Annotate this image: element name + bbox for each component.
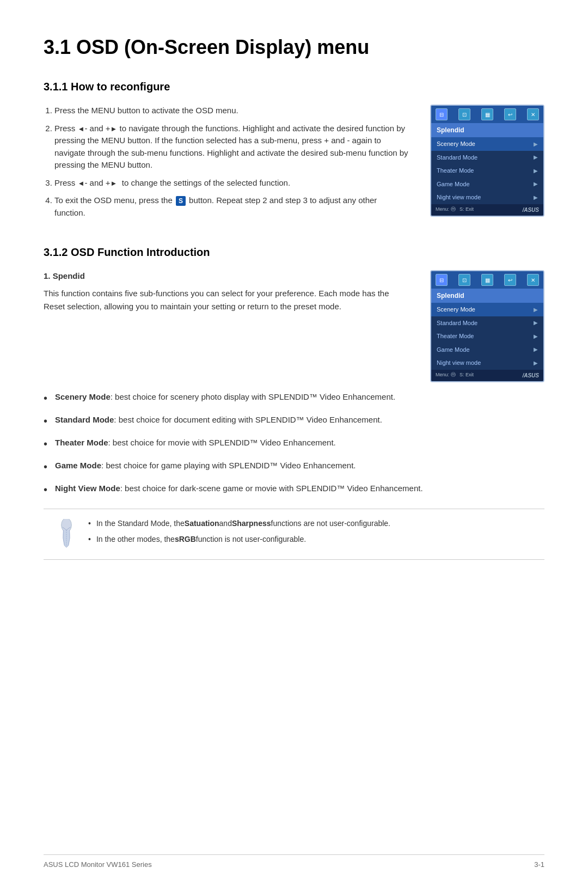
step-1: Press the MENU button to activate the OS… — [54, 105, 408, 117]
bullet-nightview: Night View Mode: best choice for dark-sc… — [44, 482, 544, 498]
bullet-scenery: Scenery Mode: best choice for scenery ph… — [44, 391, 544, 406]
osd-item-2: Standard Mode ▶ — [431, 151, 543, 164]
note-box: In the Standard Mode, the Satuation and … — [44, 509, 544, 560]
section-reconfigure-text: Press the MENU button to activate the OS… — [44, 105, 408, 224]
asus-logo-2: /ASUS — [522, 371, 539, 380]
page: 3.1 OSD (On-Screen Display) menu 3.1.1 H… — [0, 0, 588, 886]
steps-list: Press the MENU button to activate the OS… — [44, 105, 408, 219]
page-footer: ASUS LCD Monitor VW161 Series 3-1 — [44, 854, 544, 870]
osd-icon-3: ▦ — [481, 108, 493, 120]
osd-icon-menu: ⊟ — [436, 108, 448, 120]
step-2: Press ◄- and +► to navigate through the … — [54, 123, 408, 172]
osd-menu-body-1: Splendid Scenery Mode ▶ Standard Mode ▶ … — [431, 123, 543, 204]
section-title-osd-intro: 3.1.2 OSD Function Introduction — [44, 244, 544, 260]
bullet-standard: Standard Mode: best choice for document … — [44, 414, 544, 429]
osd-item-2-4: Game Mode ▶ — [431, 343, 543, 357]
osd-icon-menu-2: ⊟ — [436, 274, 448, 286]
s-button-icon: S — [176, 196, 186, 206]
osd-topbar-1: ⊟ ⊡ ▦ ↩ ✕ — [431, 106, 543, 123]
note-item-1: In the Standard Mode, the Satuation and … — [88, 518, 390, 529]
osd-icon-5: ✕ — [527, 108, 539, 120]
osd-item-2-1: Scenery Mode ▶ — [431, 303, 543, 316]
osd-screen-1: ⊟ ⊡ ▦ ↩ ✕ Splendid Scenery Mode ▶ Standa… — [430, 105, 544, 217]
osd-icon-4b: ↩ — [504, 274, 516, 286]
bullet-theater: Theater Mode: best choice for movie with… — [44, 437, 544, 452]
section-osd-text: 1. Spendid This function contains five s… — [44, 270, 408, 313]
osd-screen-2: ⊟ ⊡ ▦ ↩ ✕ Splendid Scenery Mode ▶ Standa… — [430, 270, 544, 382]
osd-icon-2b: ⊡ — [458, 274, 470, 286]
osd-icon-4: ↩ — [504, 108, 516, 120]
osd-icon-2: ⊡ — [458, 108, 470, 120]
osd-item-1: Scenery Mode ▶ — [431, 137, 543, 151]
footer-left: ASUS LCD Monitor VW161 Series — [44, 859, 152, 870]
section-reconfigure: 3.1.1 How to reconfigure Press the MENU … — [44, 78, 544, 224]
mode-bullets: Scenery Mode: best choice for scenery ph… — [44, 391, 544, 498]
osd-footer-menu-2: Menu: ⓜ S: Exit — [436, 371, 474, 379]
osd-item-4: Game Mode ▶ — [431, 178, 543, 191]
osd-menu-title-2: Splendid — [431, 289, 543, 303]
osd-footer-1: Menu: ⓜ S: Exit /ASUS — [431, 204, 543, 216]
section-title-reconfigure: 3.1.1 How to reconfigure — [44, 78, 544, 95]
spendid-intro: This function contains five sub-function… — [44, 287, 408, 313]
osd-item-3: Theater Mode ▶ — [431, 164, 543, 178]
osd-icon-3b: ▦ — [481, 274, 493, 286]
osd-menu-title-1: Splendid — [431, 123, 543, 137]
section-reconfigure-row: Press the MENU button to activate the OS… — [44, 105, 544, 224]
note-list: In the Standard Mode, the Satuation and … — [88, 518, 390, 545]
section-osd-intro: 3.1.2 OSD Function Introduction 1. Spend… — [44, 244, 544, 560]
step-4: To exit the OSD menu, press the S button… — [54, 194, 408, 219]
osd-item-2-2: Standard Mode ▶ — [431, 316, 543, 330]
section-osd-row: 1. Spendid This function contains five s… — [44, 270, 544, 382]
footer-right: 3-1 — [534, 859, 544, 870]
note-content: In the Standard Mode, the Satuation and … — [88, 518, 390, 549]
page-title: 3.1 OSD (On-Screen Display) menu — [44, 33, 544, 62]
osd-item-5: Night view mode ▶ — [431, 191, 543, 204]
note-feather-icon — [54, 518, 78, 551]
osd-item-2-3: Theater Mode ▶ — [431, 329, 543, 343]
osd-footer-2: Menu: ⓜ S: Exit /ASUS — [431, 370, 543, 381]
osd-footer-menu: Menu: ⓜ S: Exit — [436, 206, 474, 213]
step-3: Press ◄- and +► to change the settings o… — [54, 177, 408, 190]
bullet-game: Game Mode: best choice for game playing … — [44, 460, 544, 475]
osd-menu-body-2: Splendid Scenery Mode ▶ Standard Mode ▶ … — [431, 289, 543, 370]
osd-item-2-5: Night view mode ▶ — [431, 356, 543, 370]
note-item-2: In the other modes, the sRGB function is… — [88, 534, 390, 545]
osd-topbar-2: ⊟ ⊡ ▦ ↩ ✕ — [431, 271, 543, 289]
asus-logo-1: /ASUS — [522, 206, 539, 214]
osd-icon-5b: ✕ — [527, 274, 539, 286]
subsection-spendid-label: 1. Spendid — [44, 270, 408, 283]
